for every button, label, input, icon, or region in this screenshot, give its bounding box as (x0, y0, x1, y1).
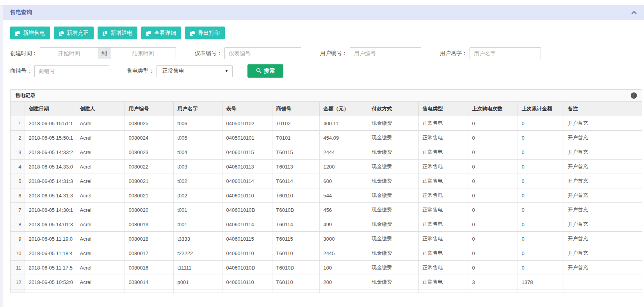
add-recharge-button[interactable]: 新增充正 (54, 27, 94, 39)
button-label: 新增退电 (110, 30, 132, 37)
table-cell: 0406010110 (222, 246, 272, 261)
table-cell: 开户首充 (564, 261, 642, 275)
sale-type-filter: 售电类型： 正常售电 ▼ (127, 65, 233, 77)
table-cell: 开户首充 (564, 160, 642, 174)
table-cell: 2445 (319, 246, 368, 261)
table-row[interactable]: 102018-06-05 11:18:4Acrel0080017t2222204… (11, 246, 642, 261)
add-sale-button[interactable]: 新增售电 (10, 27, 50, 39)
filter-row-2: 商铺号： 售电类型： 正常售电 ▼ 搜索 (10, 64, 644, 78)
table-cell: 500 (319, 289, 368, 293)
table-cell: 开户首充 (564, 145, 642, 160)
table-row[interactable]: 52018-06-05 14:31:3Acrel0080021t00204060… (11, 174, 642, 188)
table-cell: Acrel (76, 232, 125, 246)
table-cell: T6010D (272, 261, 319, 275)
table-row[interactable]: 22018-06-05 15:50:1Acrel0080024t00504050… (11, 131, 642, 145)
table-cell: t22222 (173, 246, 222, 261)
table-cell: 0080019 (125, 217, 173, 232)
table-row[interactable]: 42018-06-05 14:33:0Acrel0080022t00304060… (11, 160, 642, 174)
column-header (11, 102, 25, 116)
button-label: 新增充正 (67, 30, 89, 37)
table-cell: Acrel (76, 131, 125, 145)
meter-no-filter: 仪表编号： (195, 47, 301, 59)
table-cell: 2444 (319, 145, 368, 160)
table-cell: 现金缴费 (368, 188, 418, 203)
table-cell: 6 (11, 188, 25, 203)
table-cell: 现金缴费 (368, 160, 418, 174)
table-cell: 0 (518, 261, 564, 275)
sale-type-select[interactable]: 正常售电 ▼ (157, 65, 233, 77)
table-cell: T60115 (272, 232, 319, 246)
table-cell: 0080025 (125, 116, 173, 131)
column-header: 金额（元） (319, 102, 368, 116)
table-cell: 1200 (319, 160, 368, 174)
create-time-filter: 创建时间： 到 (10, 47, 176, 59)
table-row[interactable]: 112018-06-05 11:17:5Acrel0080016t1111104… (11, 261, 642, 275)
table-cell: 0080014 (125, 289, 173, 293)
table-cell: 正常售电 (418, 289, 468, 293)
table-cell: Acrel (76, 145, 125, 160)
table-row[interactable]: 72018-06-05 14:30:1Acrel0080020t00104060… (11, 203, 642, 217)
table-row[interactable]: 92018-06-05 11:19:0Acrel0080018t33330406… (11, 232, 642, 246)
table-cell: 开户首充 (564, 203, 642, 217)
view-detail-button[interactable]: 查看详细 (141, 27, 181, 39)
export-print-button[interactable]: 导出打印 (185, 27, 225, 39)
table-cell: 现金缴费 (368, 261, 418, 275)
table-row[interactable]: 32018-06-05 14:33:2Acrel0080023t00404060… (11, 145, 642, 160)
table-cell: 400.11 (319, 116, 368, 131)
table-cell: 正常售电 (418, 116, 468, 131)
table-cell: 0405010102 (222, 116, 272, 131)
table-row[interactable]: 122018-06-05 10:53:0Acrel0080014p0010406… (11, 275, 642, 289)
table-cell: 040601010D (222, 261, 272, 275)
search-icon (256, 68, 262, 75)
column-header: 售电类型 (418, 102, 468, 116)
table-row[interactable]: 132018-06-05 10:49:5Acrel0080014p0010406… (11, 289, 642, 293)
table-cell: 456 (319, 203, 368, 217)
table-cell: 0406010110 (222, 289, 272, 293)
table-cell: 现金缴费 (368, 145, 418, 160)
table-cell: 正常售电 (418, 188, 468, 203)
table-cell: 0406010110 (222, 275, 272, 289)
table-cell: 现金缴费 (368, 275, 418, 289)
table-cell: 现金缴费 (368, 246, 418, 261)
table-cell: 0 (518, 232, 564, 246)
table-cell: 0 (518, 131, 564, 145)
table-cell: 正常售电 (418, 131, 468, 145)
user-name-input[interactable] (470, 47, 541, 59)
table-cell: 9 (11, 232, 25, 246)
table-cell: 0 (468, 188, 518, 203)
table-cell: 11 (11, 261, 25, 275)
table-cell: 现金缴费 (368, 217, 418, 232)
table-cell (564, 289, 642, 293)
column-header: 商铺号 (272, 102, 319, 116)
user-no-input[interactable] (350, 47, 421, 59)
table-cell: 2018-06-05 14:33:0 (25, 160, 76, 174)
table-cell: 正常售电 (418, 174, 468, 188)
chevron-up-icon[interactable] (631, 11, 637, 14)
end-time-input[interactable] (110, 47, 176, 59)
table-cell: 0080022 (125, 160, 173, 174)
table-cell: T60115 (272, 145, 319, 160)
table-row[interactable]: 62018-06-05 14:31:3Acrel0080021t00204060… (11, 188, 642, 203)
column-header: 上次累计金额 (518, 102, 564, 116)
collapse-up-circle-icon[interactable]: ↑ (631, 92, 637, 99)
shop-no-input[interactable] (34, 65, 109, 77)
start-time-input[interactable] (40, 47, 98, 59)
copy-icon (59, 30, 64, 36)
table-cell: 0406010114 (222, 174, 272, 188)
column-header: 付款方式 (368, 102, 418, 116)
table-row[interactable]: 12018-06-05 15:51:1Acrel0080025t00604050… (11, 116, 642, 131)
table-cell: 2018-06-05 11:17:5 (25, 261, 76, 275)
table-cell: 1 (11, 116, 25, 131)
add-refund-button[interactable]: 新增退电 (98, 27, 137, 39)
table-cell: 2018-06-05 14:01:3 (25, 217, 76, 232)
table-cell: 0406010114 (222, 217, 272, 232)
table-cell: Acrel (76, 116, 125, 131)
table-cell: 2018-06-05 10:49:5 (25, 289, 76, 293)
table-row[interactable]: 82018-06-05 14:01:3Acrel0080019t00104060… (11, 217, 642, 232)
shop-no-label: 商铺号： (10, 67, 32, 75)
table-cell: 13 (11, 289, 25, 293)
meter-no-input[interactable] (224, 47, 301, 59)
table-cell: 0 (518, 145, 564, 160)
search-button[interactable]: 搜索 (247, 64, 283, 78)
column-header: 用户名字 (173, 102, 222, 116)
